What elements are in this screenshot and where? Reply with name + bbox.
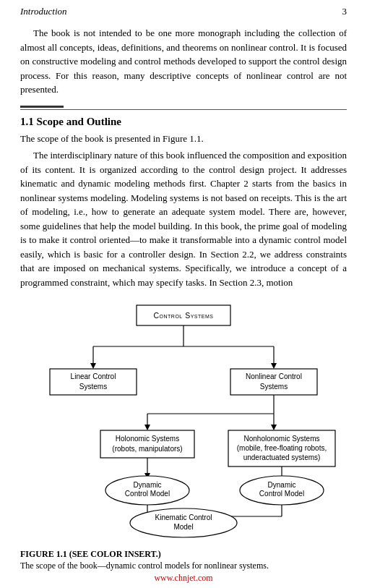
svg-text:Control Systems: Control Systems bbox=[154, 311, 214, 320]
figure-caption-text: The scope of the book—dynamic control mo… bbox=[20, 561, 269, 571]
figure-caption: FIGURE 1.1 (SEE COLOR INSERT.) The scope… bbox=[20, 548, 347, 571]
control-systems-diagram: Control Systems Linear Control Systems bbox=[25, 299, 342, 531]
section-divider bbox=[20, 106, 347, 110]
intro-paragraph: The book is not intended to be one more … bbox=[20, 26, 347, 97]
section-first-line: The scope of the book is presented in Fi… bbox=[20, 132, 347, 146]
svg-text:Dynamic: Dynamic bbox=[268, 481, 296, 489]
page-content: The book is not intended to be one more … bbox=[0, 20, 367, 584]
divider-line bbox=[20, 109, 347, 110]
header-page-number: 3 bbox=[342, 6, 347, 17]
section-body: The interdisciplinary nature of this boo… bbox=[20, 148, 347, 289]
svg-text:Control Model: Control Model bbox=[125, 490, 170, 498]
svg-text:(mobile, free-floating robots,: (mobile, free-floating robots, bbox=[237, 444, 327, 452]
svg-marker-5 bbox=[90, 363, 96, 369]
section-title: 1.1 Scope and Outline bbox=[20, 116, 347, 128]
page: Introduction 3 The book is not intended … bbox=[0, 0, 367, 588]
svg-text:Model: Model bbox=[173, 523, 193, 531]
svg-marker-17 bbox=[144, 425, 150, 430]
page-header: Introduction 3 bbox=[0, 0, 367, 20]
svg-text:underactuated systems): underactuated systems) bbox=[243, 453, 321, 461]
svg-text:Nonholonomic Systems: Nonholonomic Systems bbox=[243, 435, 319, 443]
figure-diagram: Control Systems Linear Control Systems bbox=[25, 299, 342, 538]
svg-text:Dynamic: Dynamic bbox=[134, 481, 162, 489]
svg-text:Nonlinear Control: Nonlinear Control bbox=[246, 372, 302, 380]
svg-text:Control Model: Control Model bbox=[259, 490, 304, 498]
divider-bar bbox=[20, 106, 64, 108]
svg-text:(robots, manipulators): (robots, manipulators) bbox=[112, 445, 182, 453]
svg-marker-19 bbox=[271, 425, 277, 430]
svg-text:Kinematic Control: Kinematic Control bbox=[155, 514, 212, 521]
svg-text:Systems: Systems bbox=[260, 383, 288, 391]
watermark: www.chnjet.com bbox=[20, 573, 347, 584]
svg-text:Holonomic Systems: Holonomic Systems bbox=[116, 435, 179, 443]
svg-text:Linear Control: Linear Control bbox=[71, 372, 116, 380]
svg-marker-7 bbox=[271, 363, 277, 369]
figure-label: FIGURE 1.1 (SEE COLOR INSERT.) bbox=[20, 549, 161, 559]
header-title: Introduction bbox=[20, 6, 67, 17]
kinematic-model-ellipse: Kinematic Control Model bbox=[126, 508, 241, 538]
svg-text:Systems: Systems bbox=[79, 383, 107, 391]
